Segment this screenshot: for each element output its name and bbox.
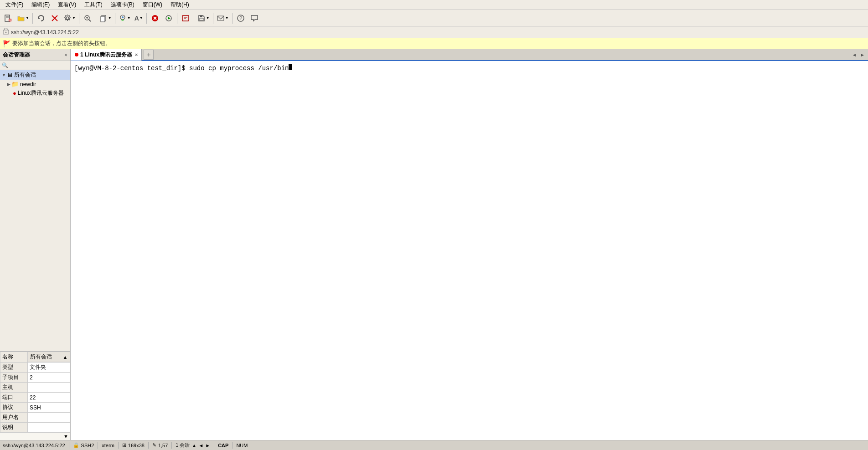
status-nav-left[interactable]: ◄ (198, 443, 203, 448)
tab-linux-server[interactable]: 1 Linux腾讯云服务器 × (71, 49, 142, 61)
sidebar-title: 会话管理器 (3, 51, 30, 59)
save-arrow-icon: ▼ (206, 16, 210, 20)
color-arrow-icon: ▼ (127, 16, 131, 20)
status-size: 169x38 (128, 443, 145, 448)
search-icon: 🔍 (2, 62, 8, 68)
svg-marker-21 (168, 17, 170, 20)
save-dropdown[interactable]: ▼ (196, 12, 211, 25)
stop-button[interactable] (149, 12, 161, 25)
status-nav-right[interactable]: ► (205, 443, 210, 448)
sep7 (194, 13, 194, 24)
open-dropdown[interactable]: ▼ (16, 12, 31, 25)
config-dropdown[interactable]: ▼ (62, 12, 77, 25)
menu-help[interactable]: 帮助(H) (167, 0, 193, 10)
terminal-command: sudo cp myprocess /usr/bin (189, 65, 289, 72)
status-xterm: xterm (102, 443, 114, 448)
tab-close-button[interactable]: × (135, 52, 138, 57)
server-icon-linux: ● (13, 90, 16, 97)
sep4 (115, 13, 115, 24)
menubar: 文件(F) 编辑(E) 查看(V) 工具(T) 选项卡(B) 窗口(W) 帮助(… (0, 0, 868, 10)
sidebar: 会话管理器 × 🔍 ▼ 🖥 所有会话 ▶ 📁 newdir ● (0, 49, 71, 440)
tree-item-linux-server[interactable]: ● Linux腾讯云服务器 (0, 88, 70, 98)
send-dropdown[interactable]: ▼ (215, 12, 230, 25)
prop-val-username (28, 413, 70, 423)
status-sessions-up: ▲ (192, 443, 197, 448)
prop-key-host: 主机 (0, 383, 28, 393)
hint-icon: 🚩 (3, 40, 10, 47)
disconnect-button[interactable] (48, 12, 61, 25)
sidebar-close-icon[interactable]: × (64, 52, 67, 58)
tree-item-root[interactable]: ▼ 🖥 所有会话 (0, 70, 70, 80)
menu-file[interactable]: 文件(F) (2, 0, 27, 10)
tree-label-root: 所有会话 (14, 71, 36, 79)
svg-text:?: ? (239, 15, 242, 21)
prop-row-username: 用户名 (0, 413, 70, 423)
sep8 (213, 13, 213, 24)
chat-button[interactable] (248, 12, 261, 25)
prop-scroll-down[interactable]: ▼ (63, 434, 68, 439)
tab-bar: 1 Linux腾讯云服务器 × + ◄ ► (71, 49, 868, 61)
help-button[interactable]: ? (234, 12, 247, 25)
tree-label-newdir: newdir (20, 81, 36, 87)
sidebar-tree: ▼ 🖥 所有会话 ▶ 📁 newdir ● Linux腾讯云服务器 (0, 70, 70, 351)
tab-nav-right-button[interactable]: ► (859, 51, 866, 58)
menu-view[interactable]: 查看(V) (54, 0, 80, 10)
prop-val-subitems: 2 (28, 373, 70, 383)
hintbar: 🚩 要添加当前会话，点击左侧的箭头按钮。 (0, 38, 868, 49)
right-panel: 1 Linux腾讯云服务器 × + ◄ ► [wyn@VM-8-2-centos… (71, 49, 868, 440)
copy-dropdown[interactable]: ▼ (98, 12, 113, 25)
status-ssh-label: SSH2 (81, 443, 94, 448)
tab-add-button[interactable]: + (144, 50, 154, 60)
status-div1 (69, 442, 69, 449)
tab-nav-left-button[interactable]: ◄ (851, 51, 858, 58)
prop-row-subitems: 子项目 2 (0, 373, 70, 383)
script-button[interactable] (179, 12, 192, 25)
prop-key-subitems: 子项目 (0, 373, 28, 383)
svg-point-16 (122, 16, 124, 18)
svg-rect-14 (101, 16, 105, 22)
statusbar: ssh://wyn@43.143.224.5:22 🔒 SSH2 xterm ⊞… (0, 440, 868, 450)
svg-rect-26 (200, 18, 203, 20)
status-div2 (98, 442, 98, 449)
terminal-prompt: [wyn@VM-8-2-centos test_dir]$ (74, 65, 189, 72)
hint-text: 要添加当前会话，点击左侧的箭头按钮。 (12, 40, 111, 47)
svg-line-10 (89, 20, 91, 21)
status-div4 (148, 442, 149, 449)
zoom-button[interactable] (81, 12, 94, 25)
menu-window[interactable]: 窗口(W) (139, 0, 166, 10)
tree-item-newdir[interactable]: ▶ 📁 newdir (0, 80, 70, 88)
status-div3 (118, 442, 119, 449)
prop-key-type: 类型 (0, 363, 28, 373)
new-session-button[interactable] (2, 12, 15, 25)
svg-point-31 (5, 32, 7, 33)
prop-scroll-down-container: ▼ (0, 433, 70, 440)
sidebar-header: 会话管理器 × (0, 49, 70, 61)
menu-tools[interactable]: 工具(T) (81, 0, 106, 10)
prop-header-value: 所有会话 ▲ (28, 352, 70, 362)
reconnect-button[interactable] (35, 12, 47, 25)
color-dropdown[interactable]: ▼ (117, 12, 132, 25)
svg-rect-25 (200, 15, 202, 17)
prop-key-desc: 说明 (0, 423, 28, 433)
sep1 (32, 13, 33, 24)
address-text: ssh://wyn@43.143.224.5:22 (11, 29, 79, 36)
sep6 (177, 13, 177, 24)
prop-scroll-up[interactable]: ▲ (63, 354, 68, 360)
menu-edit[interactable]: 编辑(E) (28, 0, 53, 10)
toolbar: ▼ ▼ ▼ ▼ A ▼ (0, 10, 868, 26)
status-div5 (171, 442, 172, 449)
status-cap: CAP (218, 443, 228, 448)
status-num: NUM (236, 443, 248, 448)
terminal-line-1: [wyn@VM-8-2-centos test_dir]$ sudo cp my… (74, 64, 864, 72)
record-button[interactable] (162, 12, 175, 25)
terminal-area[interactable]: [wyn@VM-8-2-centos test_dir]$ sudo cp my… (71, 61, 868, 440)
status-cursor: 1,57 (158, 443, 168, 448)
open-arrow-icon: ▼ (26, 16, 29, 20)
status-section-ssh: 🔒 SSH2 (73, 442, 94, 448)
config-arrow-icon: ▼ (72, 16, 76, 20)
prop-val-port: 22 (28, 393, 70, 403)
menu-tabs[interactable]: 选项卡(B) (107, 0, 138, 10)
prop-val-desc (28, 423, 70, 433)
tree-arrow-newdir: ▶ (7, 82, 10, 87)
font-dropdown[interactable]: A ▼ (133, 12, 145, 25)
